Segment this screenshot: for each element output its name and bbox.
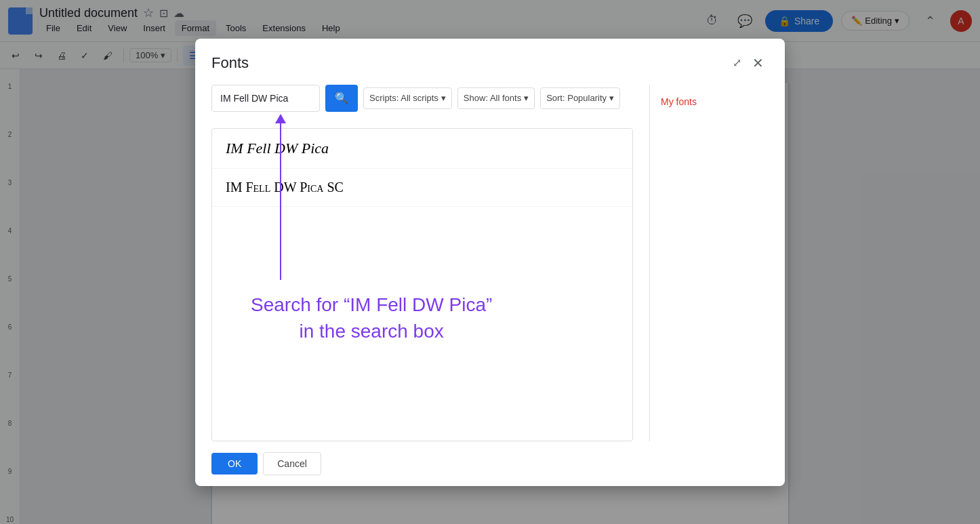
sort-filter[interactable]: Sort: Popularity ▾ <box>540 87 620 109</box>
dialog-footer: OK Cancel <box>195 441 785 486</box>
scripts-filter[interactable]: Scripts: All scripts ▾ <box>363 87 452 109</box>
font-item-im-fell-dw-pica[interactable]: IM Fell DW Pica <box>212 129 632 169</box>
collapse-button[interactable]: ⤢ <box>733 56 741 69</box>
show-chevron: ▾ <box>524 93 529 103</box>
font-name-im-fell-dw-pica-sc: IM Fell DW Pica SC <box>226 180 344 195</box>
dialog-left-panel: 🔍 Scripts: All scripts ▾ Show: All fonts… <box>195 85 649 441</box>
search-button[interactable]: 🔍 <box>325 85 358 112</box>
my-fonts-title: My fonts <box>661 96 697 107</box>
show-filter[interactable]: Show: All fonts ▾ <box>457 87 535 109</box>
scripts-filter-label: Scripts: All scripts <box>369 93 438 103</box>
sort-chevron: ▾ <box>609 93 614 103</box>
sort-filter-label: Sort: Popularity <box>546 93 607 103</box>
ok-button[interactable]: OK <box>211 453 258 475</box>
search-row: 🔍 Scripts: All scripts ▾ Show: All fonts… <box>211 85 633 112</box>
dialog-body: 🔍 Scripts: All scripts ▾ Show: All fonts… <box>195 85 785 441</box>
font-name-im-fell-dw-pica: IM Fell DW Pica <box>226 140 329 157</box>
scripts-chevron: ▾ <box>441 93 446 103</box>
dialog-right-panel: My fonts <box>649 85 785 441</box>
fonts-dialog: Fonts ⤢ ✕ 🔍 Scripts: All scripts <box>195 39 785 486</box>
modal-overlay: Fonts ⤢ ✕ 🔍 Scripts: All scripts <box>0 0 980 524</box>
dialog-header-actions: ⤢ ✕ <box>733 52 769 74</box>
search-icon: 🔍 <box>335 92 348 104</box>
dialog-title: Fonts <box>211 54 249 72</box>
cancel-button[interactable]: Cancel <box>263 452 321 475</box>
font-list: IM Fell DW Pica IM Fell DW Pica SC <box>211 128 633 441</box>
font-search-input[interactable] <box>211 85 320 112</box>
show-filter-label: Show: All fonts <box>464 93 521 103</box>
close-button[interactable]: ✕ <box>747 52 769 74</box>
dialog-header: Fonts ⤢ ✕ <box>195 39 785 85</box>
font-item-im-fell-dw-pica-sc[interactable]: IM Fell DW Pica SC <box>212 169 632 207</box>
